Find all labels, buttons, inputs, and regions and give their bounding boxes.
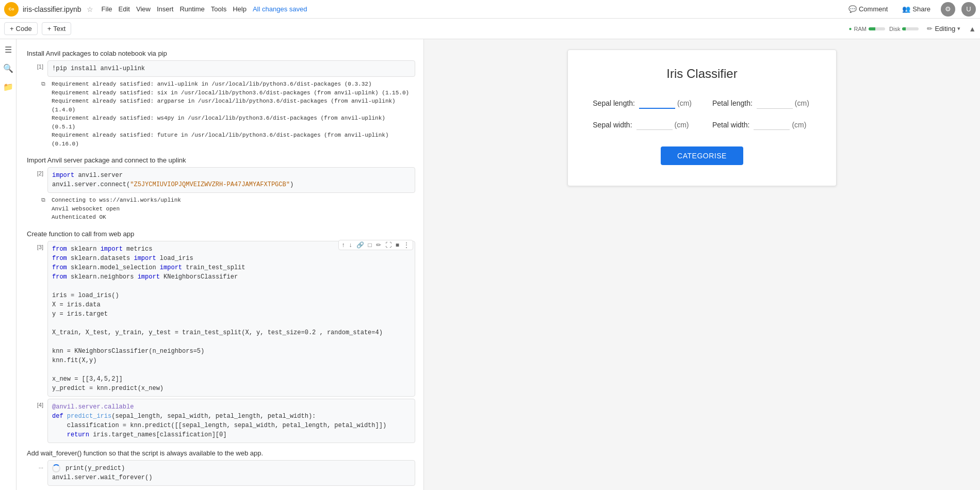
code-line: x_new = [[3,4,5,2]] xyxy=(52,374,411,384)
link-button[interactable]: 🔗 xyxy=(355,241,365,249)
petal-length-label: Petal length: xyxy=(712,99,753,107)
cell-3: [3] ↑ ↓ 🔗 □ ✏ ⛶ ■ ⋮ from sklearn import … xyxy=(25,241,415,397)
move-up-button[interactable]: ↑ xyxy=(341,241,346,249)
sepal-length-row: Sepal length: (cm) xyxy=(593,97,692,109)
petal-width-label: Petal width: xyxy=(712,121,749,129)
code-line: @anvil.server.callable xyxy=(52,402,411,412)
cell-4-code[interactable]: @anvil.server.callable def predict_iris(… xyxy=(47,399,415,443)
share-button[interactable]: 👥 Share xyxy=(898,3,935,15)
right-panel: Iris Classifier Sepal length: (cm) Petal… xyxy=(424,39,980,490)
user-avatar[interactable]: U xyxy=(961,2,976,17)
code-line: classification = knn.predict([[sepal_len… xyxy=(52,421,411,430)
main-content: ☰ 🔍 📁 Install Anvil packages to colab no… xyxy=(0,39,980,490)
star-icon[interactable]: ☆ xyxy=(87,5,93,13)
plus-icon: + xyxy=(10,25,14,32)
comment-icon: 💬 xyxy=(848,5,857,13)
toolbar-right: ● RAM Disk ✏ Editing ▾ ▲ xyxy=(849,23,976,35)
cell-2-output: ⧉ Connecting to wss://anvil.works/uplink… xyxy=(47,194,415,224)
notebook-area: Install Anvil packages to colab notebook… xyxy=(17,39,424,490)
petal-length-input[interactable] xyxy=(757,98,793,109)
code-line: from sklearn.model_selection import trai… xyxy=(52,263,411,272)
sidebar-search-icon[interactable]: 🔍 xyxy=(2,62,14,74)
menu-insert[interactable]: Insert xyxy=(157,5,174,13)
cell-5: ... print(y_predict) anvil.server.wait_f… xyxy=(25,460,415,491)
add-text-button[interactable]: + Text xyxy=(42,22,71,35)
sidebar-files-icon[interactable]: 📁 xyxy=(2,80,14,93)
output-icon2: ⧉ xyxy=(41,196,45,205)
code-line: X = iris.data xyxy=(52,300,411,309)
move-down-button[interactable]: ↓ xyxy=(348,241,353,249)
fullscreen-button[interactable]: ⛶ xyxy=(384,241,393,249)
petal-width-unit: (cm) xyxy=(792,121,806,129)
cell-5-number: ... xyxy=(25,463,43,469)
petal-length-row: Petal length: (cm) xyxy=(712,97,811,109)
menu-tools[interactable]: Tools xyxy=(211,5,226,13)
cell-1-code[interactable]: !pip install anvil-uplink xyxy=(47,60,415,77)
code-line: return iris.target_names[classification]… xyxy=(52,430,411,439)
comment-button[interactable]: 💬 Comment xyxy=(844,3,892,15)
edit-button[interactable]: ✏ xyxy=(375,241,382,249)
running-spinner xyxy=(52,464,60,472)
spinner-row: print(y_predict) xyxy=(52,464,411,473)
comment-label: Comment xyxy=(859,5,888,13)
sidebar-menu-icon[interactable]: ☰ xyxy=(2,43,14,56)
more-button[interactable]: ⋮ xyxy=(402,241,411,249)
sepal-length-input[interactable] xyxy=(639,97,675,109)
file-name: iris-classifier.ipynb xyxy=(23,5,81,13)
cell-3-number: [3] xyxy=(25,244,43,250)
code-line: anvil.server.wait_forever() xyxy=(52,473,411,482)
section2-heading: Import Anvil server package and connect … xyxy=(25,156,415,164)
menu-runtime[interactable]: Runtime xyxy=(179,5,204,13)
cell-5-code[interactable]: print(y_predict) anvil.server.wait_forev… xyxy=(47,460,415,486)
code-line: y = iris.target xyxy=(52,309,411,319)
code-line: from sklearn.datasets import load_iris xyxy=(52,254,411,263)
sepal-width-label: Sepal width: xyxy=(593,121,632,129)
code-line: knn = KNeighborsClassifier(n_neighbors=5… xyxy=(52,347,411,356)
menu-bar: File Edit View Insert Runtime Tools Help xyxy=(102,5,247,13)
cell-2-code[interactable]: import anvil.server anvil.server.connect… xyxy=(47,167,415,193)
sepal-width-unit: (cm) xyxy=(675,121,689,129)
output-line: Requirement already satisfied: six in /u… xyxy=(52,89,411,97)
code-line: knn.fit(X,y) xyxy=(52,356,411,365)
add-text-label: Text xyxy=(53,25,66,32)
svg-text:Co: Co xyxy=(9,6,14,11)
expand-button[interactable]: □ xyxy=(367,241,373,249)
section4-heading: Add wait_forever() function so that the … xyxy=(25,449,415,457)
notebook-toolbar: + Code + Text ● RAM Disk ✏ Editing ▾ ▲ xyxy=(0,19,980,39)
iris-app-card: Iris Classifier Sepal length: (cm) Petal… xyxy=(567,50,836,186)
cell-1: [1] !pip install anvil-uplink ⧉ Requirem… xyxy=(25,60,415,150)
output-line: Requirement already satisfied: future in… xyxy=(52,131,411,148)
disk-label: Disk xyxy=(889,26,900,32)
left-sidebar: ☰ 🔍 📁 xyxy=(0,39,17,490)
ram-indicator: ● RAM xyxy=(849,26,886,32)
menu-file[interactable]: File xyxy=(102,5,112,13)
menu-view[interactable]: View xyxy=(136,5,151,13)
categorise-button[interactable]: CATEGORISE xyxy=(661,146,743,165)
menu-edit[interactable]: Edit xyxy=(119,5,130,13)
menu-help[interactable]: Help xyxy=(233,5,247,13)
share-icon: 👥 xyxy=(902,5,910,13)
top-bar: Co iris-classifier.ipynb ☆ File Edit Vie… xyxy=(0,0,980,19)
cell-3-code[interactable]: from sklearn import metrics from sklearn… xyxy=(47,241,415,397)
add-code-button[interactable]: + Code xyxy=(4,22,38,35)
cell-3-toolbar: ↑ ↓ 🔗 □ ✏ ⛶ ■ ⋮ xyxy=(338,240,414,250)
cell-2: [2] import anvil.server anvil.server.con… xyxy=(25,167,415,224)
petal-width-input[interactable] xyxy=(754,119,790,130)
cell-2-number: [2] xyxy=(25,170,43,176)
sepal-width-input[interactable] xyxy=(636,119,673,130)
editing-label: Editing xyxy=(935,25,955,32)
share-label: Share xyxy=(912,5,930,13)
cell-2-line1: import anvil.server xyxy=(52,171,411,180)
output-line: Requirement already satisfied: ws4py in … xyxy=(52,114,411,131)
editing-button[interactable]: ✏ Editing ▾ xyxy=(923,23,965,35)
cell-5-output: [1] xyxy=(47,487,415,491)
collapse-icon[interactable]: ▲ xyxy=(969,25,976,33)
settings-button[interactable]: ⚙ xyxy=(941,2,955,17)
plus-icon: + xyxy=(47,25,52,32)
disk-indicator: Disk xyxy=(889,26,919,32)
stop-button[interactable]: ■ xyxy=(395,241,400,249)
ram-bar xyxy=(869,27,885,30)
app-title: Iris Classifier xyxy=(593,67,811,81)
sepal-width-input-group: (cm) xyxy=(636,119,689,130)
section1-heading: Install Anvil packages to colab notebook… xyxy=(25,50,415,57)
